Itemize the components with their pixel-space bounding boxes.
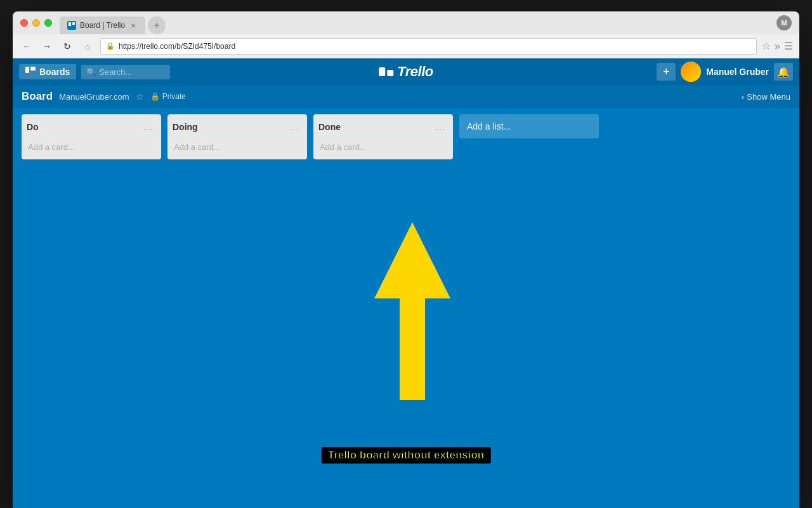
trello-header: Boards 🔍 Trello + Manuel Gruber 🔔 bbox=[13, 58, 799, 85]
minimize-button[interactable] bbox=[32, 19, 40, 27]
active-tab[interactable]: Board | Trello ✕ bbox=[60, 17, 145, 34]
close-button[interactable] bbox=[20, 19, 28, 27]
board-subheader: Board ManuelGruber.com ☆ 🔒 Private ‹ Sho… bbox=[13, 85, 799, 108]
org-link[interactable]: ManuelGruber.com bbox=[59, 92, 129, 102]
nav-right-actions: ☆ » ☰ bbox=[762, 40, 793, 52]
trello-app: Boards 🔍 Trello + Manuel Gruber 🔔 bbox=[13, 58, 799, 508]
annotation-text: Trello board without extension bbox=[322, 447, 491, 464]
tab-favicon bbox=[67, 21, 76, 30]
search-container: 🔍 bbox=[81, 65, 170, 79]
list-doing-menu-button[interactable]: … bbox=[287, 119, 302, 135]
svg-rect-0 bbox=[69, 22, 71, 26]
privacy-badge: 🔒 Private bbox=[150, 92, 186, 101]
refresh-button[interactable]: ↻ bbox=[60, 39, 75, 54]
add-card-done-link[interactable]: Add a card... bbox=[318, 140, 448, 154]
boards-button[interactable]: Boards bbox=[19, 64, 76, 79]
user-avatar[interactable] bbox=[681, 62, 701, 82]
list-do: Do … Add a card... bbox=[22, 114, 161, 159]
svg-rect-3 bbox=[30, 67, 36, 70]
address-bar-container: 🔒 bbox=[100, 38, 757, 55]
list-do-title: Do bbox=[27, 122, 39, 132]
user-avatar-image bbox=[681, 62, 701, 82]
maximize-button[interactable] bbox=[44, 19, 52, 27]
board-content: Do … Add a card... Doing … Add a card...… bbox=[13, 108, 799, 508]
nav-bar: ← → ↻ ⌂ 🔒 ☆ » ☰ bbox=[13, 34, 799, 58]
back-button[interactable]: ← bbox=[19, 39, 34, 54]
bookmark-button[interactable]: ☆ bbox=[762, 40, 771, 52]
privacy-label: Private bbox=[162, 92, 186, 101]
tab-close-button[interactable]: ✕ bbox=[129, 21, 138, 30]
create-button[interactable]: + bbox=[657, 63, 676, 81]
boards-icon bbox=[25, 67, 36, 77]
logo-square-small bbox=[387, 70, 393, 76]
annotation-overlay: Trello board without extension bbox=[13, 108, 799, 508]
list-done-menu-button[interactable]: … bbox=[433, 119, 448, 135]
svg-rect-1 bbox=[72, 22, 75, 25]
lock-icon: 🔒 bbox=[106, 42, 115, 50]
browser-window: Board | Trello ✕ + M ← → ↻ ⌂ 🔒 ☆ » bbox=[13, 11, 799, 508]
show-menu-button[interactable]: ‹ Show Menu bbox=[742, 92, 790, 102]
notification-button[interactable]: 🔔 bbox=[774, 63, 793, 81]
svg-rect-2 bbox=[25, 67, 29, 73]
trello-logo-text: Trello bbox=[397, 64, 433, 80]
tab-bar: Board | Trello ✕ + bbox=[60, 11, 166, 34]
user-name[interactable]: Manuel Gruber bbox=[706, 67, 769, 77]
board-title: Board bbox=[22, 90, 53, 103]
search-input[interactable] bbox=[81, 65, 170, 79]
show-menu-label: Show Menu bbox=[747, 92, 790, 102]
trello-logo: Trello bbox=[379, 64, 433, 80]
arrow-svg bbox=[13, 108, 799, 508]
star-board-button[interactable]: ☆ bbox=[136, 91, 144, 102]
new-tab-button[interactable]: + bbox=[148, 17, 166, 34]
address-input[interactable] bbox=[119, 42, 751, 51]
svg-marker-6 bbox=[374, 222, 450, 298]
list-done: Done … Add a card... bbox=[313, 114, 453, 159]
list-do-menu-button[interactable]: … bbox=[141, 119, 156, 135]
extensions-button[interactable]: » bbox=[775, 41, 780, 52]
boards-label: Boards bbox=[39, 67, 70, 77]
add-list-area[interactable]: Add a list... bbox=[459, 114, 599, 138]
traffic-lights bbox=[20, 19, 52, 27]
trello-logo-icon bbox=[379, 67, 393, 76]
tab-title: Board | Trello bbox=[80, 21, 125, 30]
list-do-header: Do … bbox=[27, 119, 156, 135]
list-doing-title: Doing bbox=[173, 122, 198, 132]
lock-board-icon: 🔒 bbox=[150, 92, 160, 101]
menu-button[interactable]: ☰ bbox=[784, 40, 793, 52]
user-initial-badge: M bbox=[776, 15, 792, 30]
list-done-header: Done … bbox=[318, 119, 448, 135]
list-doing: Doing … Add a card... bbox=[167, 114, 307, 159]
title-bar: Board | Trello ✕ + M bbox=[13, 11, 799, 34]
list-done-title: Done bbox=[318, 122, 341, 132]
home-button[interactable]: ⌂ bbox=[80, 39, 95, 54]
add-list-label: Add a list... bbox=[467, 121, 511, 131]
header-right: + Manuel Gruber 🔔 bbox=[657, 62, 793, 82]
list-doing-header: Doing … bbox=[173, 119, 302, 135]
add-card-doing-link[interactable]: Add a card... bbox=[173, 140, 302, 154]
forward-button[interactable]: → bbox=[39, 39, 55, 54]
add-card-do-link[interactable]: Add a card... bbox=[27, 140, 156, 154]
svg-marker-5 bbox=[400, 292, 425, 400]
logo-square-large bbox=[379, 67, 385, 76]
